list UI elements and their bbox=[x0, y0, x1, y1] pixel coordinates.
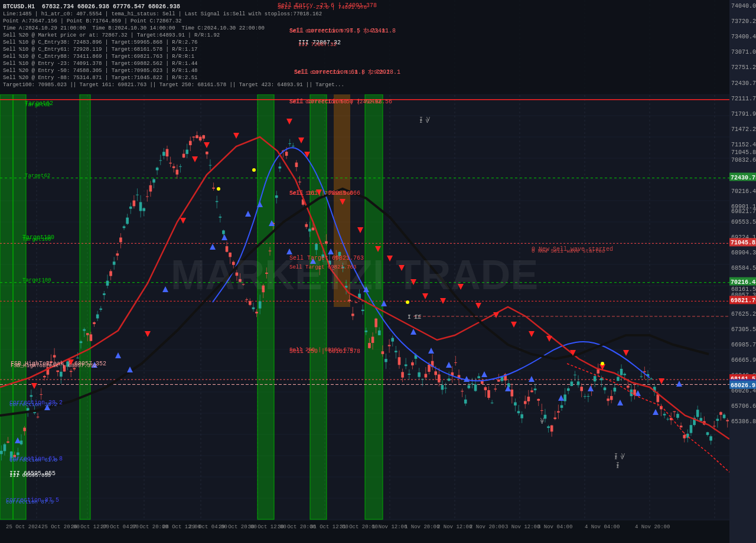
chart-container: MARKETZI TRADE bbox=[0, 0, 756, 543]
